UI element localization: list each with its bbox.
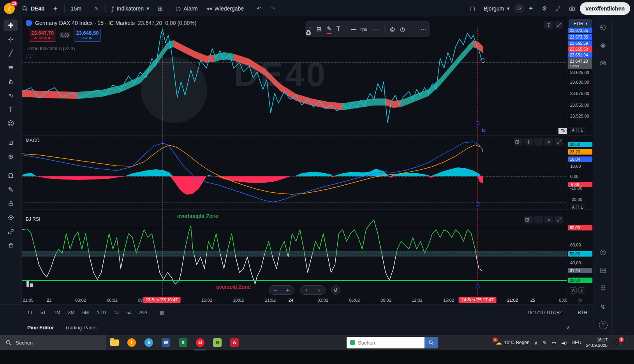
chart-type-button[interactable]: ∿ [90,2,103,15]
drawing-handle[interactable] [476,202,479,206]
tab-trading-panel[interactable]: Trading-Panel [65,325,97,331]
interval-button[interactable]: 15m [67,2,85,15]
edge-icon[interactable]: e [140,335,157,350]
trend-line-tool[interactable]: ╱ [4,47,18,59]
range-3m[interactable]: 3M [68,310,75,315]
object-tree-icon[interactable]: ◈ [601,41,606,49]
replay-button[interactable]: ◀◀ Wiedergabe [203,2,248,15]
log-scale-button[interactable]: L [578,127,585,133]
windows-search-box[interactable]: Suchen [0,335,106,350]
account-avatar[interactable]: D [514,4,524,13]
auto-scale-button[interactable]: A [570,287,577,294]
add-alert-on-drawing-button[interactable]: ◷ [400,26,405,33]
move-pane-down-button[interactable]: ↓ [524,138,533,146]
symbol-search-button[interactable]: DE40 [18,2,48,15]
measure-tool[interactable]: ⊿ [4,137,18,148]
chart-area[interactable]: DE40 [22,17,567,304]
circle-marker-button[interactable]: ◎ [390,26,395,33]
pen-settings-icon[interactable]: ✎ [542,340,547,346]
apps-grid-icon[interactable]: ⠿ [601,284,606,292]
opera-icon[interactable]: O [192,335,209,350]
range-all[interactable]: Alle [139,310,147,315]
scroll-right-button[interactable]: › [313,286,325,294]
tradingview-logo[interactable] [26,280,37,287]
sync-drawings-tool[interactable] [4,226,18,237]
range-6m[interactable]: 6M [82,310,89,315]
pitchfork-tool[interactable]: ⋔ [4,76,18,87]
price-alert-tag[interactable]: 23.673,35 [568,34,592,40]
maximize-pane-button[interactable]: ⤢ [555,216,563,223]
indicator-templates-button[interactable]: ⊞ [154,2,167,15]
excel-icon[interactable]: X [174,335,192,350]
user-avatar[interactable]: Z 13 [4,3,15,14]
publish-button[interactable]: Veröffentlichen [580,2,630,15]
vertical-line-drawing[interactable] [162,27,163,295]
volume-icon[interactable]: ◄) [561,340,567,346]
timezone-clock-icon[interactable]: ◷ [578,297,582,303]
price-alert-tag[interactable]: 23.673,35 [568,28,592,33]
file-explorer-icon[interactable] [106,335,123,350]
close-pane-button[interactable]: × [544,138,553,146]
chat-icon[interactable]: ✉ [600,59,606,67]
weather-widget[interactable]: ☁ 1 10°C Regen [493,339,530,346]
drawing-handle[interactable] [476,121,479,125]
time-axis[interactable]: 21:05 23 03:02 06:02 09 15:02 18:02 21:0… [22,295,567,304]
auto-scale-button[interactable]: A [570,127,577,133]
quick-actions-button[interactable]: ✦ [525,2,537,15]
zoom-out-button[interactable]: − [269,286,282,294]
rsi-pane-title[interactable]: BJ RSI [26,216,40,222]
tab-pine-editor[interactable]: Pine Editor [27,325,54,331]
collapse-legend-button[interactable]: ∧ [26,55,34,60]
indicator-legend[interactable]: Trend Indicator A (v2.3) [26,46,75,51]
indicators-button[interactable]: ƒ Indikatoren ▾ [108,2,153,15]
remove-drawings-tool[interactable] [4,240,18,251]
collapse-panel-icon[interactable]: ∧ [566,325,570,331]
lock-drawings-tool[interactable] [4,198,18,209]
templates-grid-icon[interactable]: ⊞ [317,26,322,33]
help-button[interactable]: ? [599,321,608,329]
scroll-to-recent-button[interactable]: ↧ [544,21,553,29]
redo-button[interactable]: ↷ [266,2,279,15]
portfolio-icon[interactable]: ▤ [600,266,606,274]
delete-pane-button[interactable] [534,138,543,146]
action-center-button[interactable]: 3 [614,340,620,345]
hide-drawings-tool[interactable] [4,212,18,223]
undo-button[interactable]: ↶ [253,2,266,15]
reset-chart-button[interactable]: ↺ [331,285,340,295]
cursor-tool[interactable]: ✚ [4,19,18,31]
broadcast-icon[interactable]: ↯ [600,302,606,311]
sell-button[interactable]: 23.647,70 VERKAUF [29,29,56,42]
range-ytd[interactable]: YTD [97,310,106,315]
currency-dropdown[interactable]: EUR ▾ [569,19,592,28]
maximize-pane-button[interactable]: ⤢ [555,138,563,146]
symbol-title[interactable]: Germany DAX 40 Index · 15 · IC Markets [35,20,135,26]
price-scale[interactable]: EUR ▾ 23.673,35 23.673,35 23.665,59 23.6… [567,17,593,304]
chart-settings-button[interactable]: ⚙ [538,2,551,15]
go-to-date-icon[interactable]: ▦ [159,310,164,315]
drawing-mode-tool[interactable]: ✎ [4,184,18,195]
adobe-icon[interactable]: A [226,335,243,350]
compare-add-button[interactable]: + [49,2,62,15]
notepad-icon[interactable]: N [209,335,226,350]
tray-expand-chevron[interactable]: ∧ [534,340,538,346]
session-label[interactable]: RTH [578,310,587,315]
search-submit-button[interactable] [424,337,438,348]
browser-search-bar[interactable]: Suchen [347,337,438,348]
display-icon[interactable]: ▭ [551,340,556,346]
text-style-button[interactable]: T [336,26,340,33]
range-1m[interactable]: 1M [54,310,60,315]
macd-pane-title[interactable]: MACD [26,138,39,143]
layout-select-button[interactable]: ▢ [466,2,479,15]
snapshot-button[interactable] [565,2,579,15]
word-icon[interactable]: W [157,335,174,350]
maximize-pane-button[interactable]: ⤢ [555,21,563,29]
log-scale-button[interactable]: L [578,287,585,294]
rotate-handle-icon[interactable]: ↻ [481,127,486,134]
brush-tool[interactable]: ∿ [4,90,18,101]
range-5y[interactable]: 5J [127,310,132,315]
clock-utc-label[interactable]: 18:17:07 UTC+2 [527,310,562,315]
more-options-button[interactable]: ⋯ [420,26,426,33]
text-tool[interactable]: T [4,104,18,115]
price-alert-tag[interactable]: 23.665,59 [568,40,592,46]
line-style-button[interactable]: ╌╌ [372,26,379,33]
